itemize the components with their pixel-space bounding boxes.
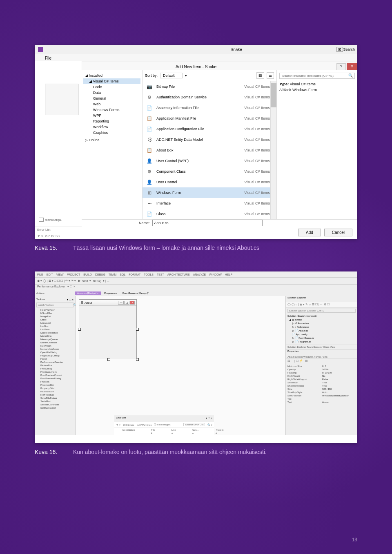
scrollbar[interactable]: [270, 81, 276, 219]
document-tab[interactable]: Program.cs: [102, 291, 119, 295]
toolbox-item[interactable]: ImageList: [36, 315, 74, 318]
toolbox-item[interactable]: ProgressBar: [36, 383, 74, 387]
solution-node[interactable]: ▷ 📄 Program.cs: [287, 340, 356, 343]
view-list-button[interactable]: ☰: [267, 72, 274, 79]
menu-item[interactable]: TOOLS: [144, 273, 154, 276]
toolbox-item[interactable]: RadioButton: [36, 390, 74, 393]
add-button[interactable]: Add: [298, 229, 321, 236]
toolbox-item[interactable]: SaveFileDialog: [36, 396, 74, 400]
tree-sub-item[interactable]: Graphics: [83, 130, 140, 136]
vs-main-menu[interactable]: FILEEDITVIEWPROJECTBUILDDEBUGTEAMSQLFORM…: [35, 271, 357, 278]
solution-node[interactable]: ▷ 📄 FormGame.cs: [287, 336, 356, 340]
solution-tree[interactable]: Solution 'Snake' (1 project) ◢ ▧ Snake▷ …: [286, 314, 357, 345]
menu-item[interactable]: PROJECT: [67, 273, 80, 276]
menu-item[interactable]: BUILD: [83, 273, 92, 276]
tree-sub-item[interactable]: Windows Forms: [83, 107, 140, 113]
about-form[interactable]: ▧ About —☐×: [79, 299, 137, 359]
toolbox-item[interactable]: MenuStrip: [36, 334, 74, 338]
menu-item[interactable]: TEAM: [109, 273, 116, 276]
error-column[interactable]: Line ▴: [172, 429, 176, 434]
toolbox-item[interactable]: PropertyGrid: [36, 387, 74, 390]
menu-item[interactable]: WINDOW: [209, 273, 222, 276]
toolbox-item[interactable]: LinkLabel: [36, 321, 74, 325]
solution-node[interactable]: ▷ ▪ References: [287, 325, 356, 329]
tree-sub-item[interactable]: Data: [83, 90, 140, 96]
help-button[interactable]: ?: [336, 63, 346, 70]
toolbox-item[interactable]: PrintPreviewDialog: [36, 377, 74, 380]
menu-item[interactable]: TEST: [157, 273, 164, 276]
error-column[interactable]: Description: [122, 429, 135, 434]
toolbox-item[interactable]: Label: [36, 318, 74, 321]
menu-item[interactable]: SQL: [120, 273, 125, 276]
toolbox-item[interactable]: MaskedTextBox: [36, 331, 74, 334]
search-label[interactable]: Search: [343, 47, 355, 51]
error-search[interactable]: Search Error List: [183, 423, 205, 426]
solution-node[interactable]: ◢ ▧ Snake: [287, 318, 356, 321]
tree-sub-item[interactable]: Code: [83, 84, 140, 90]
toolbox-item[interactable]: NumericUpDown: [36, 347, 74, 351]
property-row[interactable]: ShowIconTrue: [286, 381, 357, 384]
solution-explorer-toolbar[interactable]: ◯ ◯ ⌂ | ◉ ▾ ✎ ☼ ☰ ☐ | ↔ ⚙ ☐: [286, 302, 357, 308]
toolbox-item[interactable]: HScrollBar: [36, 311, 74, 315]
property-row[interactable]: SizeGripStyleAuto: [286, 391, 357, 394]
menu-item[interactable]: HELP: [225, 273, 232, 276]
template-item[interactable]: 👤User Control (WPF)Visual C# Items: [143, 156, 276, 166]
template-item[interactable]: 📄Assembly Information FileVisual C# Item…: [143, 102, 276, 113]
toolbox-item[interactable]: OpenFileDialog: [36, 351, 74, 354]
form-designer-surface[interactable]: ▧ About —☐× Error List▾ ⬚ × ▼ ▾ ⊘ 0 Erro…: [76, 296, 285, 435]
tree-sub-item[interactable]: Web: [83, 101, 140, 107]
tree-vcs-items[interactable]: ◢ Visual C# Items: [83, 78, 140, 84]
toolbox-item[interactable]: MessageQueue: [36, 338, 74, 341]
template-item[interactable]: 📄ClassVisual C# Items: [143, 209, 276, 219]
tree-sub-item[interactable]: WPF: [83, 113, 140, 118]
property-row[interactable]: ShowInTaskbarTrue: [286, 384, 357, 387]
toolbox-item[interactable]: SplitContainer: [36, 406, 74, 409]
template-item[interactable]: ⛓ADO.NET Entity Data ModelVisual C# Item…: [143, 134, 276, 145]
solution-search[interactable]: Search Solution Explorer (Ctrl+'): [287, 309, 356, 313]
property-row[interactable]: RightToLeftNo: [286, 374, 357, 378]
template-item[interactable]: ⚙Authentication Domain ServiceVisual C# …: [143, 92, 276, 102]
template-item[interactable]: 📋About BoxVisual C# Items: [143, 145, 276, 156]
toolbox-item[interactable]: SerialPort: [36, 400, 74, 403]
toolbox-item[interactable]: Panel: [36, 357, 74, 360]
property-row[interactable]: TextAbout: [286, 400, 357, 404]
template-item[interactable]: 👤User ControlVisual C# Items: [143, 177, 276, 187]
error-column[interactable]: Project ▴: [216, 429, 223, 434]
menu-item[interactable]: ARCHITECTURE: [167, 273, 190, 276]
solution-node[interactable]: 📄 App.config: [287, 332, 356, 336]
menu-item[interactable]: FILE: [37, 273, 43, 276]
property-row[interactable]: Tag: [286, 397, 357, 400]
toolbox-item[interactable]: HelpProvider: [36, 308, 74, 311]
toolbox-item[interactable]: ListBox: [36, 325, 74, 328]
property-row[interactable]: Padding0; 0; 0; 0: [286, 371, 357, 374]
solution-node[interactable]: ▷ ⚙ Properties: [287, 321, 356, 325]
menu-item[interactable]: FORMAT: [129, 273, 140, 276]
tree-sub-item[interactable]: General: [83, 96, 140, 101]
solution-node[interactable]: ▷ 📄 About.cs: [287, 329, 356, 332]
property-row[interactable]: Opacity100%: [286, 368, 357, 371]
toolbox-item[interactable]: NotifyIcon: [36, 344, 74, 347]
template-item[interactable]: ⊸InterfaceVisual C# Items: [143, 198, 276, 209]
toolbox-item[interactable]: PageSetupDialog: [36, 354, 74, 357]
view-tile-button[interactable]: ▦: [256, 72, 264, 79]
menu-item[interactable]: EDIT: [47, 273, 53, 276]
toolbox-item[interactable]: ServiceController: [36, 403, 74, 406]
cancel-button[interactable]: Cancel: [324, 229, 352, 236]
name-input[interactable]: [152, 220, 263, 226]
toolbox-item[interactable]: ListView: [36, 328, 74, 331]
close-button[interactable]: ×: [347, 63, 357, 70]
property-row[interactable]: RightToLeftLayoutFalse: [286, 378, 357, 381]
document-tab[interactable]: About.cs [Design] ×: [75, 291, 101, 295]
file-menu[interactable]: File: [45, 56, 51, 60]
toolbox-item[interactable]: PictureBox: [36, 364, 74, 367]
toolbox-item[interactable]: PrintDocument: [36, 370, 74, 374]
template-item[interactable]: 📷Bitmap FileVisual C# Items: [143, 81, 276, 92]
document-tab[interactable]: FormGame.cs [Design]*: [120, 291, 151, 295]
vs-toolbar[interactable]: ◉ ▾ ◯ | ☰ ▾ ☐ ☐ ☐ | ↶ ▾ ↷ ▾ | ▶ Start▾ D…: [35, 278, 357, 285]
toolbox-search[interactable]: [38, 303, 74, 307]
toolbox-item[interactable]: PrintDialog: [36, 367, 74, 370]
sort-dropdown[interactable]: Default: [160, 73, 183, 78]
tree-sub-item[interactable]: Reporting: [83, 118, 140, 124]
toolbox-item[interactable]: Process: [36, 380, 74, 383]
toolbox-item[interactable]: PrintPreviewControl: [36, 374, 74, 377]
